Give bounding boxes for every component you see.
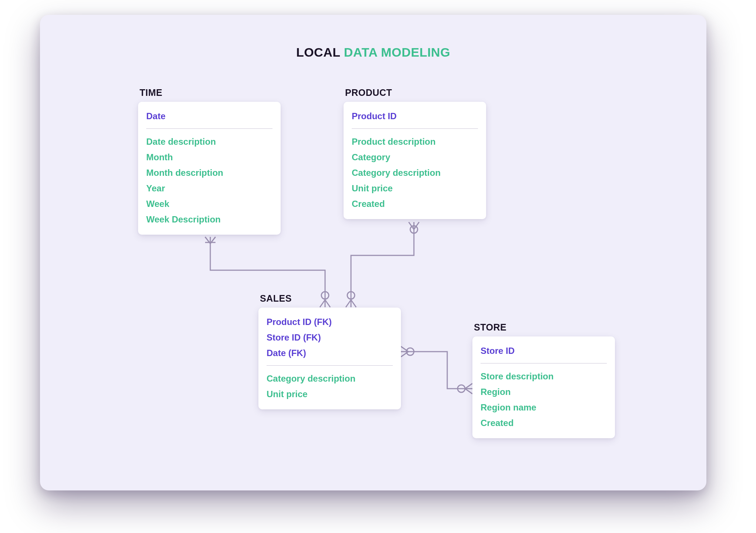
entity-attr: Region (481, 384, 607, 400)
connector-sales-store (401, 352, 472, 389)
entity-attr: Year (146, 181, 272, 196)
entity-attr: Category (352, 150, 478, 165)
entity-attr: Month (146, 150, 272, 165)
entity-card-sales: Product ID (FK) Store ID (FK) Date (FK) … (258, 308, 401, 409)
cardinality-crow-time (205, 237, 215, 244)
entity-key: Store ID (FK) (267, 330, 393, 345)
entity-attr: Created (481, 415, 607, 431)
entity-attr: Month description (146, 165, 272, 181)
entity-attr: Date description (146, 134, 272, 150)
cardinality-crow-store (465, 383, 472, 394)
entity-attr: Unit price (267, 386, 393, 402)
cardinality-circle-store (458, 385, 465, 392)
cardinality-crow-product (409, 222, 419, 229)
entity-key: Store ID (481, 343, 607, 359)
entity-key: Product ID (FK) (267, 314, 393, 330)
entity-card-store: Store ID Store description Region Region… (472, 336, 615, 438)
title-part-1: LOCAL (296, 45, 344, 59)
entity-attr: Unit price (352, 181, 478, 196)
entity-attr: Category description (352, 165, 478, 181)
entity-attr: Created (352, 196, 478, 212)
cardinality-circle-product (410, 226, 418, 233)
diagram-canvas: LOCAL DATA MODELING TIME Date Date descr… (40, 15, 706, 490)
entity-label-sales: SALES (258, 293, 401, 304)
divider (267, 365, 393, 366)
entity-card-time: Date Date description Month Month descri… (138, 102, 281, 235)
entity-product: PRODUCT Product ID Product description C… (344, 87, 486, 219)
cardinality-circle-sales-out (407, 348, 414, 355)
divider (146, 128, 272, 129)
entity-attr: Store description (481, 369, 607, 384)
entity-store: STORE Store ID Store description Region … (472, 322, 615, 438)
cardinality-crow-sales-out (401, 346, 408, 357)
entity-sales: SALES Product ID (FK) Store ID (FK) Date… (258, 293, 401, 409)
title-part-2: DATA MODELING (344, 45, 450, 59)
entity-attr: Week Description (146, 212, 272, 227)
divider (481, 363, 607, 363)
entity-key: Product ID (352, 108, 478, 124)
entity-label-time: TIME (138, 87, 281, 98)
entity-label-product: PRODUCT (344, 87, 486, 98)
entity-card-product: Product ID Product description Category … (344, 102, 486, 219)
entity-attr: Region name (481, 400, 607, 415)
entity-attr: Week (146, 196, 272, 212)
entity-key: Date (FK) (267, 345, 393, 361)
entity-key: Date (146, 108, 272, 124)
entity-time: TIME Date Date description Month Month d… (138, 87, 281, 235)
entity-attr: Category description (267, 371, 393, 386)
diagram-title: LOCAL DATA MODELING (40, 45, 706, 60)
divider (352, 128, 478, 129)
entity-label-store: STORE (472, 322, 615, 333)
entity-attr: Product description (352, 134, 478, 150)
